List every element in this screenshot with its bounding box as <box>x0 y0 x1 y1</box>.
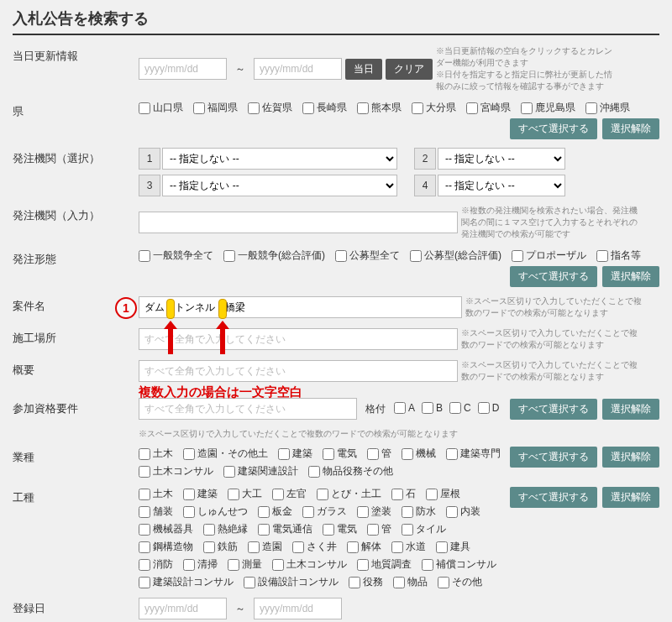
bidtype-4[interactable]: プロポーザル <box>512 248 586 263</box>
worktype-7-checkbox[interactable] <box>139 506 150 518</box>
industry-1-checkbox[interactable] <box>183 448 195 460</box>
reg-date-to[interactable] <box>254 598 342 619</box>
worktype-15[interactable]: 熱絶縁 <box>203 522 248 536</box>
worktype-14[interactable]: 機械器具 <box>139 522 193 536</box>
summary-input[interactable] <box>139 360 458 382</box>
worktype-21[interactable]: 鉄筋 <box>203 540 238 554</box>
worktype-3-checkbox[interactable] <box>272 489 284 500</box>
agency-input[interactable] <box>139 212 458 233</box>
bidtype-5-checkbox[interactable] <box>596 250 608 262</box>
worktype-15-checkbox[interactable] <box>203 524 215 536</box>
worktype-16[interactable]: 電気通信 <box>258 522 312 536</box>
worktype-13-checkbox[interactable] <box>446 506 458 518</box>
worktype-9[interactable]: 板金 <box>258 504 292 519</box>
pref-0-checkbox[interactable] <box>139 102 150 114</box>
worktype-12[interactable]: 防水 <box>402 504 436 519</box>
bidtype-select-all-button[interactable]: すべて選択する <box>510 266 597 287</box>
worktype-36-checkbox[interactable] <box>393 577 405 588</box>
industry-3-checkbox[interactable] <box>323 448 334 460</box>
bidtype-2[interactable]: 公募型全て <box>335 248 400 263</box>
industry-0[interactable]: 土木 <box>139 447 173 461</box>
worktype-29-checkbox[interactable] <box>228 559 239 571</box>
qual-select-all-button[interactable]: すべて選択する <box>510 399 597 420</box>
worktype-1-checkbox[interactable] <box>183 489 195 500</box>
bidtype-0[interactable]: 一般競争全て <box>139 248 213 263</box>
worktype-7[interactable]: 舗装 <box>139 504 173 519</box>
worktype-11-checkbox[interactable] <box>357 506 369 518</box>
project-name-input[interactable] <box>139 296 462 318</box>
worktype-28[interactable]: 清掃 <box>183 557 218 572</box>
worktype-23[interactable]: さく井 <box>292 540 337 554</box>
worktype-10[interactable]: ガラス <box>302 504 347 519</box>
pref-6[interactable]: 宮崎県 <box>466 101 511 115</box>
industry-4[interactable]: 管 <box>367 447 391 461</box>
worktype-5[interactable]: 石 <box>391 487 416 501</box>
worktype-34-checkbox[interactable] <box>244 577 255 588</box>
worktype-20-checkbox[interactable] <box>139 541 150 553</box>
worktype-18[interactable]: 管 <box>367 522 391 536</box>
worktype-6[interactable]: 屋根 <box>426 487 460 501</box>
bidtype-2-checkbox[interactable] <box>335 250 347 262</box>
bidtype-1-checkbox[interactable] <box>223 250 235 262</box>
worktype-17-checkbox[interactable] <box>323 524 334 536</box>
pref-8-checkbox[interactable] <box>585 102 597 114</box>
pref-4[interactable]: 熊本県 <box>357 101 402 115</box>
bidtype-clear-button[interactable]: 選択解除 <box>602 266 659 287</box>
pref-1-checkbox[interactable] <box>193 102 205 114</box>
agency-select-4[interactable]: -- 指定しない -- <box>438 175 565 196</box>
worktype-28-checkbox[interactable] <box>183 559 195 571</box>
worktype-2[interactable]: 大工 <box>228 487 262 501</box>
worktype-25[interactable]: 水道 <box>391 540 426 554</box>
industry-6[interactable]: 建築専門 <box>446 447 501 461</box>
worktype-12-checkbox[interactable] <box>402 506 413 518</box>
bidtype-0-checkbox[interactable] <box>139 250 150 262</box>
worktype-22[interactable]: 造園 <box>248 540 282 554</box>
pref-1[interactable]: 福岡県 <box>193 101 238 115</box>
grade-1-checkbox[interactable] <box>422 402 433 414</box>
worktype-0[interactable]: 土木 <box>139 487 173 501</box>
pref-6-checkbox[interactable] <box>466 102 478 114</box>
bidtype-5[interactable]: 指名等 <box>596 248 641 263</box>
worktype-27[interactable]: 消防 <box>139 557 173 572</box>
worktype-37[interactable]: その他 <box>438 575 482 589</box>
industry-8[interactable]: 建築関連設計 <box>223 464 298 478</box>
worktype-22-checkbox[interactable] <box>248 541 260 553</box>
grade-3[interactable]: D <box>478 402 500 414</box>
worktype-30[interactable]: 土木コンサル <box>272 557 347 572</box>
worktype-3[interactable]: 左官 <box>272 487 307 501</box>
update-date-to[interactable] <box>254 58 342 80</box>
industry-7[interactable]: 土木コンサル <box>139 464 213 478</box>
pref-5-checkbox[interactable] <box>412 102 423 114</box>
worktype-31[interactable]: 地質調査 <box>357 557 412 572</box>
pref-select-all-button[interactable]: すべて選択する <box>510 118 597 139</box>
worktype-26[interactable]: 建具 <box>436 540 470 554</box>
worktype-6-checkbox[interactable] <box>426 489 438 500</box>
industry-select-all-button[interactable]: すべて選択する <box>510 447 597 468</box>
worktype-26-checkbox[interactable] <box>436 541 448 553</box>
agency-select-1[interactable]: -- 指定しない -- <box>162 148 397 170</box>
reg-date-from[interactable] <box>139 598 227 619</box>
update-date-from[interactable] <box>139 58 227 80</box>
worktype-23-checkbox[interactable] <box>292 541 304 553</box>
qual-clear-button[interactable]: 選択解除 <box>602 399 659 420</box>
worktype-9-checkbox[interactable] <box>258 506 270 518</box>
industry-1[interactable]: 造園・その他土 <box>183 447 268 461</box>
industry-9[interactable]: 物品役務その他 <box>308 464 393 478</box>
pref-7[interactable]: 鹿児島県 <box>521 101 575 115</box>
location-input[interactable] <box>139 328 458 350</box>
pref-2[interactable]: 佐賀県 <box>248 101 292 115</box>
bidtype-4-checkbox[interactable] <box>512 250 523 262</box>
worktype-33-checkbox[interactable] <box>139 577 150 588</box>
industry-9-checkbox[interactable] <box>308 466 320 478</box>
worktype-19-checkbox[interactable] <box>402 524 413 536</box>
worktype-clear-button[interactable]: 選択解除 <box>602 487 659 508</box>
worktype-11[interactable]: 塗装 <box>357 504 391 519</box>
industry-2[interactable]: 建築 <box>278 447 312 461</box>
grade-3-checkbox[interactable] <box>478 402 490 414</box>
industry-0-checkbox[interactable] <box>139 448 150 460</box>
worktype-17[interactable]: 電気 <box>323 522 357 536</box>
pref-2-checkbox[interactable] <box>248 102 260 114</box>
worktype-14-checkbox[interactable] <box>139 524 150 536</box>
worktype-18-checkbox[interactable] <box>367 524 379 536</box>
worktype-29[interactable]: 測量 <box>228 557 262 572</box>
